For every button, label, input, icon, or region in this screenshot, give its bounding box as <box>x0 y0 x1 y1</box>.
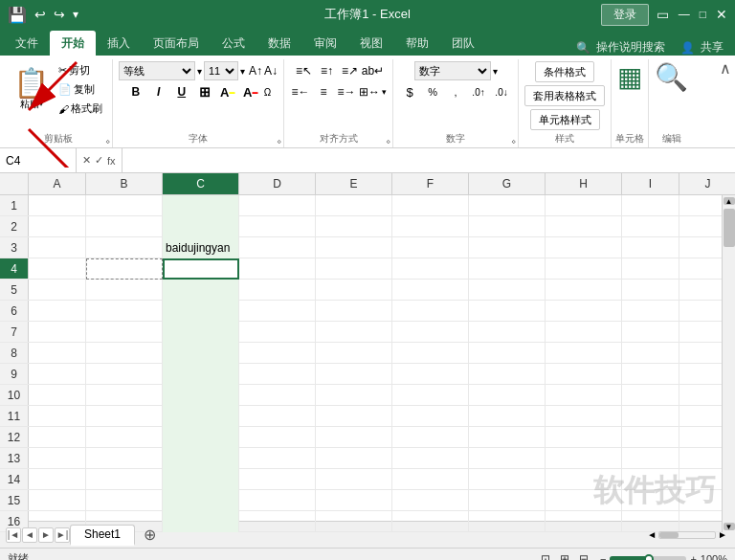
font-name-select[interactable]: 等线 <box>119 61 195 80</box>
sheet-nav-first[interactable]: |◄ <box>6 527 21 543</box>
cell-j5[interactable] <box>679 280 722 301</box>
col-header-j[interactable]: J <box>679 173 735 194</box>
decrease-font-icon[interactable]: A↓ <box>264 64 278 78</box>
decrease-decimal-button[interactable]: .0↓ <box>491 82 512 101</box>
cell-e5[interactable] <box>316 280 392 301</box>
share-label[interactable]: 共享 <box>701 39 724 56</box>
ribbon-hide-icon[interactable]: ▭ <box>657 7 669 22</box>
cell-c4-active[interactable] <box>163 258 239 280</box>
align-expand-icon[interactable]: ▾ <box>382 87 387 97</box>
cells-big-icon[interactable]: ▦ <box>617 61 642 93</box>
copy-button[interactable]: 📄 复制 <box>55 80 106 99</box>
align-top-right-button[interactable]: ≡↗ <box>340 61 361 80</box>
hscroll-track[interactable] <box>658 531 716 539</box>
cell-e1[interactable] <box>316 195 392 216</box>
cell-d2[interactable] <box>239 216 316 237</box>
increase-font-icon[interactable]: A↑ <box>249 64 262 78</box>
cell-i4[interactable] <box>622 258 679 280</box>
table-style-button[interactable]: 套用表格格式 <box>524 85 605 106</box>
cell-g3[interactable] <box>469 237 546 258</box>
cell-j1[interactable] <box>679 195 722 216</box>
page-break-view-btn[interactable]: ⊟ <box>575 550 592 561</box>
zoom-slider-track[interactable] <box>610 556 686 561</box>
cell-a4[interactable] <box>29 258 86 280</box>
cell-g4[interactable] <box>469 258 546 280</box>
cut-button[interactable]: ✂ 剪切 <box>55 61 106 79</box>
cell-f3[interactable] <box>392 237 469 258</box>
scroll-up-btn[interactable]: ▲ <box>724 197 735 205</box>
cell-f5[interactable] <box>392 280 469 301</box>
tab-home[interactable]: 开始 <box>50 31 96 56</box>
fx-icon[interactable]: fx <box>107 155 116 167</box>
row-num-5[interactable]: 5 <box>0 280 29 300</box>
tab-insert[interactable]: 插入 <box>96 31 142 56</box>
align-top-left-button[interactable]: ≡↖ <box>294 61 315 80</box>
cell-c1[interactable] <box>163 195 239 216</box>
number-format-select[interactable]: 数字 <box>414 61 491 80</box>
row-num-11[interactable]: 11 <box>0 406 29 426</box>
cell-h1[interactable] <box>546 195 622 216</box>
cell-f4[interactable] <box>392 258 469 280</box>
font-expand-icon[interactable]: ⬦ <box>277 136 281 146</box>
tab-view[interactable]: 视图 <box>348 31 394 56</box>
sheet-nav-prev[interactable]: ◄ <box>22 527 37 543</box>
zoom-out-btn[interactable]: − <box>600 553 606 561</box>
font-color-button[interactable]: A▬ <box>240 82 261 101</box>
cell-c3[interactable]: baidujingyan <box>163 237 239 258</box>
cell-a5[interactable] <box>29 280 86 301</box>
row-num-1[interactable]: 1 <box>0 195 29 215</box>
undo-icon[interactable]: ↩ <box>34 7 46 22</box>
underline-button[interactable]: U <box>171 82 192 101</box>
cell-i3[interactable] <box>622 237 679 258</box>
tab-formulas[interactable]: 公式 <box>211 31 256 56</box>
vertical-scrollbar[interactable]: ▲ ▼ <box>722 195 735 532</box>
col-header-h[interactable]: H <box>546 173 622 194</box>
row-num-8[interactable]: 8 <box>0 343 29 363</box>
corner-cell[interactable] <box>0 173 29 194</box>
align-top-center-button[interactable]: ≡↑ <box>317 61 338 80</box>
login-button[interactable]: 登录 <box>601 4 649 26</box>
font-size-select[interactable]: 11 <box>204 61 238 80</box>
cell-h3[interactable] <box>546 237 622 258</box>
number-settings-icon[interactable]: ⬦ <box>511 136 516 146</box>
row-num-14[interactable]: 14 <box>0 469 29 489</box>
row-num-7[interactable]: 7 <box>0 322 29 342</box>
row-num-6[interactable]: 6 <box>0 301 29 321</box>
wrap-text-button[interactable]: ab↵ <box>363 61 384 80</box>
customize-icon[interactable]: ▾ <box>73 8 78 21</box>
currency-button[interactable]: $ <box>399 82 420 101</box>
comma-button[interactable]: , <box>445 82 466 101</box>
row-num-9[interactable]: 9 <box>0 364 29 384</box>
cell-i1[interactable] <box>622 195 679 216</box>
scroll-thumb[interactable] <box>724 209 735 247</box>
bold-button[interactable]: B <box>125 82 146 101</box>
ribbon-collapse-icon[interactable]: ∧ <box>720 59 731 78</box>
col-header-b[interactable]: B <box>86 173 163 194</box>
cell-d3[interactable] <box>239 237 316 258</box>
cell-j3[interactable] <box>679 237 722 258</box>
row-num-12[interactable]: 12 <box>0 427 29 447</box>
sheet-nav-next[interactable]: ► <box>38 527 54 543</box>
cell-e4[interactable] <box>316 258 392 280</box>
col-header-e[interactable]: E <box>316 173 392 194</box>
cell-d4[interactable] <box>239 258 316 280</box>
format-painter-button[interactable]: 🖌 格式刷 <box>55 100 106 118</box>
normal-view-btn[interactable]: ⊡ <box>537 550 554 561</box>
number-expand-icon[interactable]: ▾ <box>493 66 498 77</box>
border-button[interactable]: ⊞ <box>194 82 215 101</box>
cell-style-button[interactable]: 单元格样式 <box>530 109 600 130</box>
row-num-10[interactable]: 10 <box>0 385 29 405</box>
merge-button[interactable]: ⊞↔ <box>359 82 380 101</box>
editing-big-icon[interactable]: 🔍 <box>655 61 688 93</box>
col-header-d[interactable]: D <box>239 173 316 194</box>
sheet-tab-sheet1[interactable]: Sheet1 <box>70 525 135 546</box>
save-icon[interactable]: 💾 <box>8 6 27 24</box>
hscroll-right-btn[interactable]: ► <box>718 529 727 540</box>
cell-name-box[interactable]: C4 <box>0 148 77 172</box>
hscroll-thumb[interactable] <box>659 532 679 538</box>
cell-a3[interactable] <box>29 237 86 258</box>
cell-b4[interactable] <box>86 258 163 280</box>
zoom-slider-thumb[interactable] <box>644 554 654 561</box>
italic-button[interactable]: I <box>148 82 169 101</box>
zoom-in-btn[interactable]: + <box>690 553 696 561</box>
